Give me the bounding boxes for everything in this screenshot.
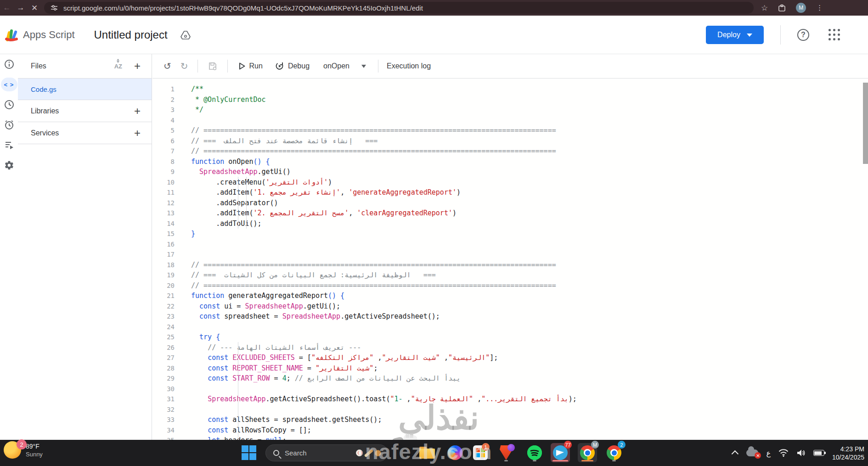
code-line[interactable] [191, 384, 859, 394]
execution-log-button[interactable]: Execution log [387, 62, 431, 70]
back-icon[interactable]: ← [0, 3, 14, 12]
copilot-icon[interactable] [445, 443, 465, 462]
battery-icon[interactable] [813, 450, 824, 456]
help-icon[interactable]: ? [797, 29, 809, 41]
tray-chevron-icon[interactable] [732, 450, 739, 458]
code-line[interactable]: function generateAggregatedReport() { [191, 291, 859, 301]
deploy-caret-icon [747, 34, 752, 37]
project-title[interactable]: Untitled project [94, 28, 168, 41]
project-settings-icon[interactable] [0, 155, 18, 175]
code-line[interactable]: const EXCLUDED_SHEETS = ["الرئيسية", "شي… [191, 353, 859, 363]
code-line[interactable]: .addToUi(); [191, 219, 859, 229]
editor-icon[interactable]: < > [0, 74, 18, 95]
onedrive-error-icon[interactable]: ✕ [746, 449, 758, 456]
stop-reload-icon[interactable]: ✕ [28, 3, 41, 13]
save-icon[interactable] [208, 62, 217, 71]
add-service-icon[interactable]: + [134, 128, 141, 139]
forward-icon[interactable]: → [14, 3, 28, 12]
code-editor[interactable]: 1234567891011121314151617181920212223242… [152, 79, 868, 440]
libraries-section[interactable]: Libraries + [18, 100, 152, 122]
overview-icon[interactable] [0, 54, 18, 74]
code-line[interactable]: const allSheets = spreadsheet.getSheets(… [191, 415, 859, 425]
url-text: script.google.com/u/0/home/projects/1sto… [63, 4, 423, 12]
code-line[interactable]: .addItem('1. إنشاء تقرير مجمع', 'generat… [191, 187, 859, 198]
code-line[interactable]: SpreadsheetApp.getActiveSpreadsheet().to… [191, 394, 859, 404]
code-line[interactable]: // =====================================… [191, 146, 859, 157]
code-line[interactable] [191, 239, 859, 250]
code-line[interactable]: } [191, 229, 859, 239]
services-section[interactable]: Services + [18, 122, 152, 144]
start-button[interactable] [239, 443, 259, 462]
libraries-label: Libraries [31, 107, 134, 115]
code-line[interactable]: * @OnlyCurrentDoc [191, 95, 859, 105]
deploy-button[interactable]: Deploy [706, 26, 764, 44]
code-lines[interactable]: /** * @OnlyCurrentDoc */// =============… [191, 84, 859, 440]
code-line[interactable]: // === الوظيفة الرئيسية: لجمع البيانات م… [191, 270, 859, 281]
chrome-profile-2-icon[interactable]: 2 [604, 443, 624, 462]
microsoft-store-icon[interactable]: 1 [471, 443, 490, 462]
code-line[interactable]: const allRowsToCopy = []; [191, 425, 859, 436]
file-item-codegs[interactable]: Code.gs [18, 79, 152, 100]
browser-menu-icon[interactable]: ⋮ [816, 4, 823, 12]
weather-temp: 89°F [26, 443, 43, 450]
code-line[interactable]: // === إنشاء قائمة مخصصة عند فتح الملف =… [191, 136, 859, 146]
debug-button[interactable]: Debug [276, 62, 310, 70]
code-line[interactable] [191, 115, 859, 126]
triggers-icon[interactable] [0, 115, 18, 135]
volume-icon[interactable] [796, 449, 806, 457]
code-line[interactable] [191, 322, 859, 332]
code-line[interactable]: // =====================================… [191, 281, 859, 291]
code-line[interactable]: const START_ROW = 4; // يبدأ البحث عن ال… [191, 373, 859, 384]
code-line[interactable]: .addItem('2. مسح التقرير المجمع', 'clear… [191, 208, 859, 219]
taskbar-search[interactable]: Search [265, 444, 388, 461]
code-line[interactable]: const ui = SpreadsheetApp.getUi(); [191, 301, 859, 312]
debug-icon [276, 62, 284, 70]
code-line[interactable]: // --- تعريف أسماء الشيتات الهامة --- [191, 342, 859, 353]
chrome-profile-m-icon[interactable]: M [578, 443, 597, 462]
undo-icon[interactable]: ↺ [163, 61, 171, 72]
bookmark-star-icon[interactable]: ☆ [761, 3, 768, 13]
code-line[interactable]: SpreadsheetApp.getUi() [191, 167, 859, 177]
editor-scrollbar[interactable] [863, 83, 868, 164]
code-line[interactable]: function onOpen() { [191, 157, 859, 167]
app-name[interactable]: Apps Script [23, 29, 75, 41]
code-line[interactable] [191, 249, 859, 260]
taskbar: 2 89°F Sunny Search 1 [0, 440, 868, 466]
gutter: 1234567891011121314151617181920212223242… [152, 84, 176, 440]
run-button[interactable]: Run [239, 62, 263, 70]
language-indicator[interactable]: ع [766, 449, 771, 457]
store-badge: 1 [482, 443, 490, 451]
file-explorer-icon[interactable] [417, 443, 437, 462]
code-line[interactable]: let headers = null; [191, 435, 859, 440]
code-line[interactable]: .createMenu('أدوات التقرير') [191, 177, 859, 188]
code-line[interactable]: /** [191, 84, 859, 95]
executions-icon[interactable] [0, 135, 18, 155]
code-line[interactable]: // =====================================… [191, 260, 859, 270]
taskbar-clock[interactable]: 4:23 PM 10/24/2025 [832, 445, 864, 461]
code-line[interactable]: */ [191, 105, 859, 115]
spotify-icon[interactable] [525, 443, 544, 462]
browser-bar: ← → ✕ script.google.com/u/0/home/project… [0, 0, 868, 16]
site-settings-icon[interactable] [51, 4, 58, 11]
redo-icon[interactable]: ↻ [180, 61, 188, 72]
add-library-icon[interactable]: + [134, 106, 141, 117]
function-select-caret-icon [361, 65, 366, 68]
extensions-icon[interactable] [778, 4, 786, 12]
code-line[interactable]: // =====================================… [191, 125, 859, 136]
telegram-icon[interactable]: 77 [551, 443, 570, 462]
brave-icon[interactable] [496, 443, 516, 462]
wifi-icon[interactable] [778, 449, 789, 457]
profile-avatar[interactable]: M [796, 3, 806, 13]
sort-az-icon[interactable]: AZ [114, 63, 122, 70]
code-line[interactable]: .addSeparator() [191, 198, 859, 208]
add-file-icon[interactable]: + [134, 61, 141, 72]
code-line[interactable]: const REPORT_SHEET_NAME = "شيت التقارير"… [191, 363, 859, 374]
weather-widget[interactable]: 2 89°F Sunny [4, 441, 43, 459]
code-line[interactable] [191, 404, 859, 415]
google-apps-grid-icon[interactable] [829, 29, 840, 41]
code-line[interactable]: try { [191, 332, 859, 342]
project-history-icon[interactable] [0, 95, 18, 115]
address-bar[interactable]: script.google.com/u/0/home/projects/1sto… [44, 2, 754, 14]
function-select[interactable]: onOpen [323, 62, 366, 70]
code-line[interactable]: const spreadsheet = SpreadsheetApp.getAc… [191, 311, 859, 322]
